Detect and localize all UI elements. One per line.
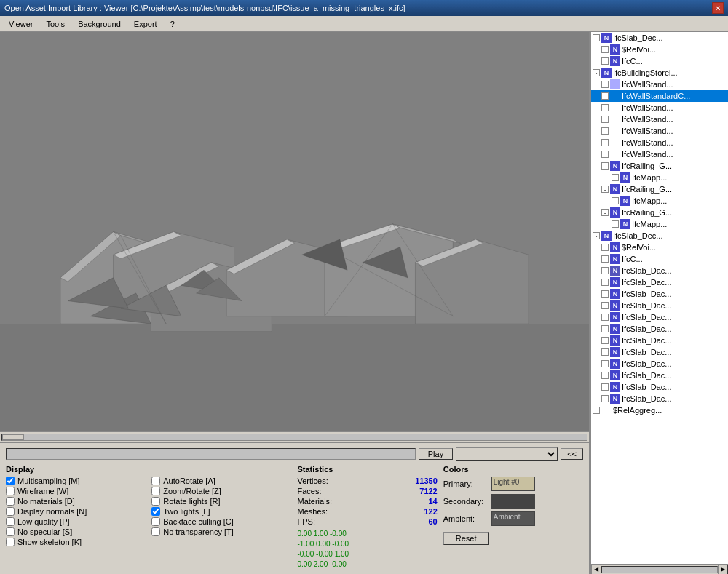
tree-item[interactable]: IfcWallStandardC...	[591, 90, 728, 102]
expand-icon[interactable]	[601, 57, 609, 65]
viewport-3d[interactable]	[0, 32, 589, 431]
expand-icon[interactable]	[601, 279, 609, 286]
tree-item[interactable]: IfcWallStand...	[591, 148, 728, 160]
expand-icon[interactable]	[601, 383, 609, 391]
tree-item[interactable]: N IfcMapp...	[591, 195, 728, 207]
expand-icon[interactable]	[612, 220, 619, 228]
expand-icon[interactable]	[601, 255, 609, 263]
menu-background[interactable]: Background	[72, 18, 127, 30]
tree-item[interactable]: - N IfcRailing_G...	[591, 207, 728, 218]
tree-item[interactable]: N IfcMapp...	[591, 218, 728, 230]
expand-icon[interactable]	[593, 407, 600, 414]
check-display-normals[interactable]: Display normals [N]	[6, 507, 146, 516]
expand-icon[interactable]: -	[601, 209, 609, 216]
tree-item[interactable]: N IfcSlab_Dac...	[591, 265, 728, 276]
hscroll-track[interactable]	[1, 434, 587, 441]
check-no-materials[interactable]: No materials [D]	[6, 497, 146, 506]
expand-icon[interactable]	[601, 302, 609, 309]
expand-icon[interactable]: -	[601, 162, 609, 170]
check-show-skeleton[interactable]: Show skeleton [K]	[6, 538, 146, 546]
tree-item[interactable]: N IfcSlab_Dac...	[591, 335, 728, 346]
expand-icon[interactable]: -	[593, 69, 600, 76]
check-wireframe[interactable]: Wireframe [W]	[6, 487, 146, 495]
tree-item[interactable]: IfcWallStand...	[591, 125, 728, 137]
tree-item[interactable]: - N IfcSlab_Dec...	[591, 32, 728, 44]
play-dropdown[interactable]	[456, 447, 558, 461]
reset-button[interactable]: Reset	[443, 532, 489, 545]
hscroll-thumb[interactable]	[2, 434, 24, 440]
menu-help[interactable]: ?	[165, 18, 181, 30]
expand-icon[interactable]: -	[601, 186, 609, 193]
expand-icon[interactable]: -	[593, 232, 600, 239]
tree-item[interactable]: N IfcSlab_Dac...	[591, 288, 728, 300]
tree-item[interactable]: IfcWallStand...	[591, 79, 728, 90]
tree-item[interactable]: N IfcSlab_Dac...	[591, 381, 728, 393]
tree-item[interactable]: N $RelVoi...	[591, 242, 728, 253]
tree-item[interactable]: N IfcSlab_Dac...	[591, 358, 728, 370]
tree-view[interactable]: - N IfcSlab_Dec... N $RelVoi... N IfcC..…	[591, 32, 728, 564]
expand-icon[interactable]	[601, 290, 609, 298]
check-backface-culling[interactable]: Backface culling [C]	[151, 517, 291, 526]
check-multisampling[interactable]: Multisampling [M]	[6, 477, 146, 485]
color-secondary-swatch[interactable]	[491, 494, 535, 509]
expand-icon[interactable]	[601, 116, 609, 123]
tree-item[interactable]: - N IfcRailing_G...	[591, 183, 728, 195]
color-primary-swatch[interactable]: Light #0	[491, 477, 535, 491]
check-autorotate[interactable]: AutoRotate [A]	[151, 477, 291, 485]
check-two-lights[interactable]: Two lights [L]	[151, 507, 291, 516]
expand-icon[interactable]	[601, 151, 609, 158]
hscroll-right-button[interactable]: ▶	[718, 565, 728, 575]
expand-icon[interactable]	[601, 127, 609, 135]
check-no-specular[interactable]: No specular [S]	[6, 527, 146, 536]
tree-item[interactable]: IfcWallStand...	[591, 102, 728, 113]
expand-icon[interactable]	[601, 314, 609, 321]
tree-item[interactable]: N IfcSlab_Dac...	[591, 393, 728, 404]
expand-icon[interactable]	[601, 81, 609, 88]
tree-item[interactable]: - N IfcSlab_Dec...	[591, 230, 728, 242]
expand-icon[interactable]	[601, 348, 609, 356]
menu-viewer[interactable]: Viewer	[3, 18, 39, 30]
expand-icon[interactable]: -	[593, 34, 600, 41]
menu-tools[interactable]: Tools	[40, 18, 71, 30]
tree-item[interactable]: IfcWallStand...	[591, 137, 728, 148]
expand-icon[interactable]	[601, 244, 609, 251]
tree-item[interactable]: N IfcSlab_Dac...	[591, 300, 728, 311]
expand-icon[interactable]	[612, 174, 619, 181]
tree-item[interactable]: N IfcSlab_Dac...	[591, 323, 728, 335]
check-rotate-lights[interactable]: Rotate lights [R]	[151, 497, 291, 506]
expand-icon[interactable]	[601, 337, 609, 344]
hscroll-track[interactable]	[601, 566, 718, 573]
tree-item[interactable]: $RelAggreg...	[591, 404, 728, 416]
check-zoom-rotate[interactable]: Zoom/Rotate [Z]	[151, 487, 291, 495]
right-hscroll[interactable]: ◀ ▶	[591, 564, 728, 574]
expand-icon[interactable]	[601, 360, 609, 367]
tree-item[interactable]: N $RelVoi...	[591, 44, 728, 55]
play-track[interactable]	[6, 448, 416, 460]
expand-icon[interactable]	[601, 92, 609, 100]
nav-button[interactable]: <<	[561, 448, 583, 460]
tree-item[interactable]: N IfcSlab_Dac...	[591, 311, 728, 323]
expand-icon[interactable]	[601, 395, 609, 402]
tree-item[interactable]: - N IfcBuildingStorei...	[591, 67, 728, 79]
expand-icon[interactable]	[612, 197, 619, 204]
tree-item[interactable]: N IfcC...	[591, 55, 728, 67]
expand-icon[interactable]	[601, 325, 609, 332]
viewport-hscroll[interactable]	[0, 431, 589, 442]
tree-item[interactable]: IfcWallStand...	[591, 113, 728, 125]
tree-item[interactable]: N IfcSlab_Dac...	[591, 276, 728, 288]
tree-item[interactable]: N IfcC...	[591, 253, 728, 265]
expand-icon[interactable]	[601, 139, 609, 146]
expand-icon[interactable]	[601, 372, 609, 379]
close-button[interactable]: ✕	[712, 2, 724, 14]
expand-icon[interactable]	[601, 267, 609, 274]
expand-icon[interactable]	[601, 46, 609, 53]
hscroll-left-button[interactable]: ◀	[591, 565, 601, 575]
expand-icon[interactable]	[601, 104, 609, 111]
tree-item[interactable]: N IfcSlab_Dac...	[591, 346, 728, 358]
tree-item[interactable]: N IfcSlab_Dac...	[591, 370, 728, 381]
menu-export[interactable]: Export	[128, 18, 163, 30]
tree-item[interactable]: - N IfcRailing_G...	[591, 160, 728, 172]
color-ambient-swatch[interactable]: Ambient	[491, 511, 535, 526]
check-no-transparency[interactable]: No transparency [T]	[151, 527, 291, 536]
tree-item[interactable]: N IfcMapp...	[591, 172, 728, 183]
